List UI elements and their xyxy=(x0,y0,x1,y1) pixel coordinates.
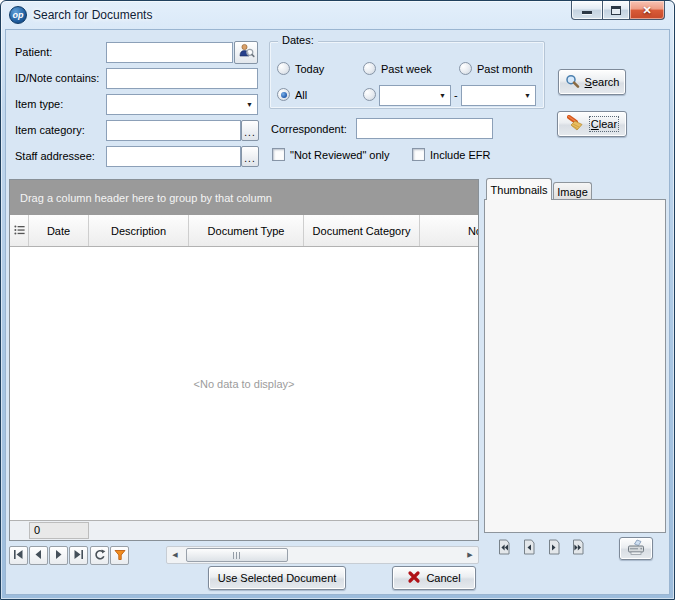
ellipsis-icon: ... xyxy=(244,127,255,138)
patient-input[interactable] xyxy=(106,42,233,63)
column-label: Note xyxy=(468,225,479,237)
preview-next-page-button[interactable] xyxy=(544,538,564,558)
use-selected-document-label: Use Selected Document xyxy=(218,572,337,584)
radio-all[interactable]: All xyxy=(277,88,307,101)
group-by-band[interactable]: Drag a column header here to group by th… xyxy=(10,180,478,215)
include-efr-checkbox[interactable]: Include EFR xyxy=(412,148,491,161)
last-page-icon xyxy=(570,539,586,557)
id-note-contains-input[interactable] xyxy=(106,68,258,89)
grid-header-row: Date Description Document Type Document … xyxy=(10,215,478,247)
thumb-grip-icon xyxy=(233,552,242,559)
next-page-icon xyxy=(546,539,562,557)
prev-row-icon xyxy=(33,549,44,562)
grid-filter-button[interactable] xyxy=(110,546,129,565)
radio-circle xyxy=(277,62,290,75)
scroll-left-arrow[interactable]: ◀ xyxy=(167,547,183,563)
grid-prev-row-button[interactable] xyxy=(29,546,48,565)
search-for-documents-window: op Search for Documents ✕ Patient: ID/No… xyxy=(0,0,675,600)
customize-columns-icon xyxy=(14,225,25,237)
search-button[interactable]: Search xyxy=(558,69,626,95)
no-data-message: <No data to display> xyxy=(194,378,295,390)
include-efr-label: Include EFR xyxy=(430,149,491,161)
minimize-button[interactable] xyxy=(571,1,603,20)
patient-search-button[interactable] xyxy=(234,41,258,64)
printer-icon xyxy=(626,539,646,558)
grid-last-row-button[interactable] xyxy=(69,546,88,565)
radio-past-month[interactable]: Past month xyxy=(459,62,533,75)
column-header-description[interactable]: Description xyxy=(89,215,189,246)
grid-refresh-button[interactable] xyxy=(90,546,109,565)
not-reviewed-checkbox[interactable]: "Not Reviewed" only xyxy=(272,148,390,161)
preview-first-page-button[interactable] xyxy=(494,538,514,558)
scrollbar-thumb[interactable] xyxy=(186,548,288,562)
maximize-button[interactable] xyxy=(603,1,630,20)
filter-funnel-icon xyxy=(113,548,127,563)
item-type-label: Item type: xyxy=(15,98,63,110)
thumbnails-panel xyxy=(484,199,666,533)
item-type-dropdown[interactable]: ▼ xyxy=(106,94,258,115)
patient-label: Patient: xyxy=(15,46,52,58)
tab-thumbnails[interactable]: Thumbnails xyxy=(486,178,552,200)
minimize-icon xyxy=(582,11,592,14)
column-header-document-category[interactable]: Document Category xyxy=(304,215,420,246)
column-label: Description xyxy=(111,225,166,237)
date-range-separator: - xyxy=(454,89,458,101)
dates-group-label: Dates: xyxy=(278,34,318,46)
staff-addressee-input[interactable] xyxy=(106,146,241,167)
grid-first-row-button[interactable] xyxy=(9,546,28,565)
radio-past-month-label: Past month xyxy=(477,63,533,75)
horizontal-scrollbar[interactable]: ◀ ▶ xyxy=(166,546,479,564)
column-header-date[interactable]: Date xyxy=(29,215,89,246)
radio-today-label: Today xyxy=(295,63,324,75)
cancel-button-label: Cancel xyxy=(426,572,460,584)
clear-brush-icon xyxy=(567,115,586,134)
date-to-dropdown[interactable]: ▼ xyxy=(461,85,536,106)
radio-past-week[interactable]: Past week xyxy=(363,62,432,75)
id-note-contains-label: ID/Note contains: xyxy=(15,72,99,84)
column-label: Document Type xyxy=(208,225,285,237)
title-bar[interactable]: op Search for Documents ✕ xyxy=(1,1,674,29)
item-category-input[interactable] xyxy=(106,120,241,141)
item-category-label: Item category: xyxy=(15,124,85,136)
chevron-down-icon: ▼ xyxy=(524,92,531,99)
tab-image[interactable]: Image xyxy=(553,182,592,200)
scroll-right-arrow[interactable]: ▶ xyxy=(462,547,478,563)
chevron-down-icon: ▼ xyxy=(439,92,446,99)
column-label: Document Category xyxy=(313,225,411,237)
next-row-icon xyxy=(53,549,64,562)
correspondent-input[interactable] xyxy=(356,118,493,139)
refresh-icon xyxy=(94,549,106,563)
not-reviewed-label: "Not Reviewed" only xyxy=(290,149,390,161)
item-category-browse-button[interactable]: ... xyxy=(241,120,259,141)
radio-circle xyxy=(363,88,376,101)
prev-page-icon xyxy=(521,539,537,557)
preview-prev-page-button[interactable] xyxy=(519,538,539,558)
clear-button-label: Clear xyxy=(591,118,617,130)
staff-addressee-browse-button[interactable]: ... xyxy=(241,146,259,167)
clear-button[interactable]: Clear xyxy=(557,111,627,137)
last-row-icon xyxy=(73,549,84,562)
radio-date-range[interactable] xyxy=(363,88,376,101)
close-icon: ✕ xyxy=(642,5,651,16)
radio-today[interactable]: Today xyxy=(277,62,324,75)
radio-circle xyxy=(363,62,376,75)
column-header-document-type[interactable]: Document Type xyxy=(189,215,304,246)
grid-next-row-button[interactable] xyxy=(49,546,68,565)
row-indicator-header[interactable] xyxy=(10,215,29,246)
close-button[interactable]: ✕ xyxy=(630,1,665,20)
grid-empty-area: <No data to display> xyxy=(10,247,478,520)
app-logo-icon: op xyxy=(9,6,27,24)
cancel-button[interactable]: Cancel xyxy=(392,566,476,590)
cancel-x-icon xyxy=(407,570,421,586)
date-from-dropdown[interactable]: ▼ xyxy=(379,85,451,106)
use-selected-document-button[interactable]: Use Selected Document xyxy=(208,566,346,590)
person-magnifier-icon xyxy=(238,43,255,62)
staff-addressee-label: Staff addressee: xyxy=(15,150,95,162)
preview-last-page-button[interactable] xyxy=(568,538,588,558)
print-button[interactable] xyxy=(619,537,653,560)
checkbox-box xyxy=(412,148,425,161)
column-header-note[interactable]: Note xyxy=(420,215,479,246)
group-by-hint: Drag a column header here to group by th… xyxy=(20,192,272,204)
first-row-icon xyxy=(13,549,24,562)
window-controls: ✕ xyxy=(571,1,665,20)
